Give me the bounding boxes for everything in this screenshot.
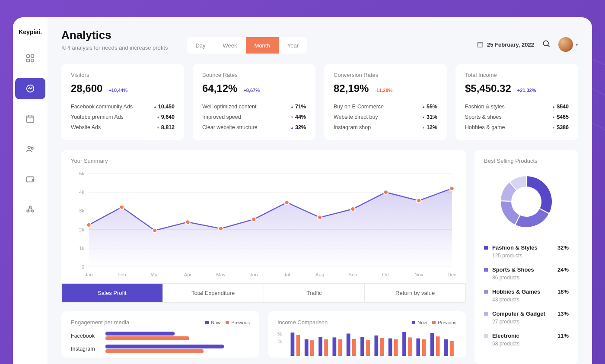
triangle-down-icon: ▾: [157, 126, 159, 130]
kpi-line: Clear website structure▴32%: [202, 122, 306, 133]
grid-icon: [25, 54, 35, 63]
svg-point-32: [120, 205, 124, 209]
svg-rect-63: [347, 333, 350, 356]
svg-rect-62: [338, 339, 342, 356]
kpi-line: Buy on E-Commerce▴55%: [334, 101, 437, 112]
triangle-up-icon: ▴: [291, 126, 293, 130]
svg-rect-74: [422, 339, 426, 356]
triangle-up-icon: ▴: [553, 115, 554, 119]
best-selling-item[interactable]: Electronic11%58 products: [484, 332, 569, 347]
content-row: Your Summary 01k2k3k4k5kJanFebMarAprMayJ…: [61, 150, 578, 364]
svg-rect-67: [374, 336, 378, 356]
kpi-card-2: Conversion Rates 82,19%-11,28%Buy on E-C…: [324, 64, 447, 140]
search-icon: [542, 39, 551, 48]
svg-point-33: [153, 228, 157, 233]
svg-text:Dec: Dec: [447, 272, 456, 277]
svg-rect-3: [31, 59, 34, 62]
triangle-down-icon: ▾: [291, 115, 293, 119]
svg-point-31: [86, 223, 91, 227]
kpi-line: Facebook community Ads▴10,450: [71, 101, 175, 112]
kpi-line: Youtube premium Ads▴9,640: [71, 112, 175, 122]
svg-point-34: [185, 220, 190, 224]
svg-rect-61: [333, 337, 337, 356]
summary-tab-1[interactable]: Total Expenditure: [163, 284, 264, 302]
best-selling-card: Best Selling Products Fashion & Styles32…: [474, 150, 578, 364]
engagement-card: Engagement per media Now Previous Facebo…: [61, 311, 259, 358]
kpi-label: Total Income: [465, 72, 569, 78]
nav-wallet[interactable]: [15, 168, 45, 190]
kpi-card-0: Visitors 28,600+10,44%Facebook community…: [61, 64, 184, 140]
kpi-line: Sports & shoes▴$465: [465, 112, 569, 122]
summary-chart: 01k2k3k4k5kJanFebMarAprMayJunJulAugSepOc…: [71, 169, 456, 280]
svg-text:Jul: Jul: [283, 272, 290, 277]
search-button[interactable]: [542, 39, 551, 50]
svg-text:5k: 5k: [79, 171, 84, 176]
svg-text:Mar: Mar: [150, 272, 159, 277]
svg-text:May: May: [216, 272, 226, 277]
svg-rect-56: [296, 335, 300, 356]
summary-tab-2[interactable]: Traffic: [264, 284, 365, 302]
best-selling-item[interactable]: Fashion & Styles32%125 products: [484, 244, 569, 259]
kpi-delta: -11,28%: [375, 88, 392, 93]
kpi-line: Fashion & styles▴$540: [465, 101, 569, 112]
summary-tab-0[interactable]: Sales Profit: [62, 284, 163, 302]
income-title: Income Comparison: [277, 319, 328, 326]
kpi-line: Instagram shop▾12%: [334, 122, 437, 133]
svg-rect-69: [388, 339, 392, 356]
svg-rect-73: [416, 339, 420, 356]
user-menu[interactable]: ▾: [558, 37, 578, 52]
svg-rect-58: [310, 340, 314, 356]
best-selling-item[interactable]: Computer & Gadget13%27 products: [484, 310, 569, 325]
income-card: Income Comparison Now Previous 5k4k: [268, 311, 466, 358]
period-tab-week[interactable]: Week: [214, 37, 246, 54]
triangle-up-icon: ▴: [154, 105, 156, 109]
period-tab-year[interactable]: Year: [279, 37, 307, 54]
triangle-up-icon: ▴: [423, 115, 424, 119]
svg-rect-68: [380, 338, 384, 356]
svg-text:4k: 4k: [79, 190, 84, 195]
kpi-label: Visitors: [71, 72, 175, 78]
period-tab-day[interactable]: Day: [187, 37, 214, 54]
best-selling-item[interactable]: Hobbies & Games18%43 products: [484, 288, 569, 303]
nav-users[interactable]: [15, 138, 45, 160]
summary-card: Your Summary 01k2k3k4k5kJanFebMarAprMayJ…: [61, 150, 466, 303]
nav-calendar[interactable]: [15, 108, 45, 130]
svg-point-35: [219, 226, 223, 231]
svg-rect-0: [27, 55, 29, 57]
svg-rect-76: [436, 336, 440, 356]
svg-rect-59: [318, 337, 322, 356]
svg-text:Apr: Apr: [184, 272, 192, 277]
nav-analytics[interactable]: [15, 78, 45, 99]
kpi-value: 64,12%: [202, 82, 237, 95]
engagement-title: Engagement per media: [71, 319, 129, 326]
date-picker[interactable]: 25 February, 2022: [477, 41, 534, 48]
engagement-row: Instagram: [71, 345, 250, 353]
svg-point-37: [285, 200, 289, 205]
triangle-up-icon: ▴: [553, 105, 554, 109]
triangle-down-icon: ▾: [423, 126, 424, 130]
svg-point-38: [318, 215, 322, 220]
svg-rect-60: [324, 339, 328, 356]
period-tab-month[interactable]: Month: [246, 37, 279, 54]
calendar-small-icon: [477, 41, 484, 48]
svg-point-9: [28, 146, 31, 149]
main: Analytics KPI analysis for needs and inc…: [48, 17, 592, 364]
summary-tab-3[interactable]: Return by value: [365, 284, 465, 302]
kpi-card-1: Bounce Rates 64,12%+8,67%Well optimized …: [193, 64, 315, 140]
app-shell: Keypiai. Analytics KPI analysis for need…: [13, 17, 592, 364]
chevron-down-icon: ▾: [576, 42, 578, 47]
avatar: [558, 37, 573, 52]
nav-share[interactable]: [15, 199, 45, 220]
kpi-line: Hobbies & game▾$386: [465, 122, 569, 133]
svg-rect-71: [402, 332, 406, 356]
svg-rect-5: [27, 116, 34, 123]
svg-point-12: [29, 206, 32, 208]
best-selling-item[interactable]: Sports & Shoes24%86 products: [484, 266, 569, 281]
kpi-row: Visitors 28,600+10,44%Facebook community…: [61, 64, 578, 140]
triangle-up-icon: ▴: [423, 105, 424, 109]
svg-text:3k: 3k: [79, 209, 84, 214]
nav-dashboard[interactable]: [15, 47, 45, 69]
kpi-delta: +21,32%: [517, 88, 536, 93]
triangle-down-icon: ▾: [553, 126, 554, 130]
kpi-line: Well optimized content▴71%: [202, 101, 306, 112]
